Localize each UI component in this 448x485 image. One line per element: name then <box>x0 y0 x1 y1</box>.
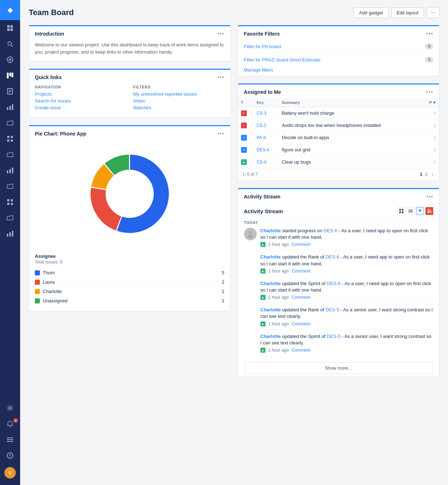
activity-stream-menu-button[interactable]: ••• <box>426 193 433 200</box>
quicklinks-body: NAVIGATION Projects Search for issues Cr… <box>29 83 230 118</box>
activity-issue-key-1[interactable]: DES-6 <box>324 228 337 233</box>
quicklinks-create[interactable]: Create issue <box>35 105 126 110</box>
sidebar-icon-settings[interactable] <box>0 400 20 416</box>
svg-rect-2 <box>7 28 10 31</box>
activity-user-4[interactable]: Charlotte <box>260 307 281 312</box>
quicklinks-search[interactable]: Search for issues <box>35 98 126 104</box>
activity-text-1: Charlotte started progress on DES-6 - As… <box>260 228 434 241</box>
activity-comment-1[interactable]: Comment <box>292 242 310 247</box>
introduction-gadget: Introduction ••• Welcome to our newest p… <box>29 25 231 61</box>
issue-key-0[interactable]: CS-3 <box>257 111 266 116</box>
activity-comment-2[interactable]: Comment <box>292 269 310 274</box>
svg-rect-21 <box>7 139 9 142</box>
svg-rect-26 <box>7 199 9 201</box>
activity-tool-rss[interactable] <box>425 207 433 215</box>
activity-user-3[interactable]: Charlotte <box>260 281 281 286</box>
activity-issue-key-5[interactable]: DES-5 <box>327 334 341 339</box>
assigned-gadget: Assigned to Me ••• T Key Summary <box>238 83 440 181</box>
activity-entry-4: Charlotte updated the Rank of DES-5 - As… <box>260 307 434 329</box>
add-gadget-button[interactable]: Add gadget <box>354 8 388 18</box>
activity-tool-filter[interactable] <box>416 207 424 215</box>
activity-user-1[interactable]: Charlotte <box>260 228 281 233</box>
svg-rect-18 <box>12 104 13 110</box>
activity-comment-5[interactable]: Comment <box>292 348 310 353</box>
sidebar-icon-folder2[interactable] <box>0 147 20 163</box>
svg-rect-3 <box>10 28 13 31</box>
introduction-body: Welcome to our newest project. Use this … <box>29 40 230 61</box>
quicklinks-unresolved[interactable]: My unresolved reported issues <box>133 91 225 97</box>
col-priority[interactable]: P <box>422 98 439 107</box>
table-row: ▲ CS-9 Clear up bugs ↑ <box>238 156 439 168</box>
filter-link-pa[interactable]: Filter for PA board <box>244 44 281 49</box>
sidebar-icon-grid2[interactable] <box>0 131 20 147</box>
sidebar-icon-folder3[interactable] <box>0 178 20 194</box>
sidebar-icon-folder1[interactable] <box>0 115 20 131</box>
svg-rect-17 <box>9 106 11 110</box>
sidebar-icon-pages[interactable] <box>0 83 20 99</box>
favorite-filters-header: Favorite Filters ••• <box>238 26 439 40</box>
piechart-menu-button[interactable]: ••• <box>217 131 225 137</box>
cell-summary-1: Audio drops too low when headphones inst… <box>279 119 422 132</box>
assigned-title: Assigned to Me <box>244 89 281 95</box>
activity-user-5[interactable]: Charlotte <box>260 334 281 339</box>
sidebar-icon-board[interactable] <box>0 68 20 83</box>
page-next[interactable]: › <box>430 171 435 178</box>
sidebar-icon-grid[interactable] <box>0 20 20 36</box>
activity-meta-2: ▲ 1 hour ago Comment <box>260 269 434 274</box>
avatar-label: U <box>9 470 12 475</box>
sidebar-icon-chart3[interactable] <box>0 226 20 242</box>
sidebar-icon-search[interactable] <box>0 36 20 52</box>
svg-rect-20 <box>11 136 13 138</box>
sidebar-icon-chart2[interactable] <box>0 163 20 178</box>
edit-layout-button[interactable]: Edit layout <box>391 8 424 18</box>
sidebar-icon-folder4[interactable] <box>0 210 20 226</box>
sidebar-icon-add[interactable] <box>0 52 20 68</box>
activity-user-2[interactable]: Charlotte <box>260 254 281 260</box>
sidebar-icon-menu[interactable] <box>0 432 20 448</box>
show-more-button[interactable]: Show more... <box>244 362 434 374</box>
favorite-filters-menu-button[interactable]: ••• <box>426 31 433 37</box>
quicklinks-menu-button[interactable]: ••• <box>217 74 225 81</box>
introduction-menu-button[interactable]: ••• <box>217 31 225 37</box>
cell-priority-1: ↑ <box>422 119 439 132</box>
quicklinks-votes[interactable]: Votes <box>133 98 225 104</box>
header: Team Board Add gadget Edit layout ··· <box>29 7 439 18</box>
activity-content-group: Charlotte started progress on DES-6 - As… <box>260 228 434 359</box>
piechart-chart <box>35 140 225 248</box>
sidebar-avatar-container[interactable]: U <box>0 465 20 481</box>
issue-key-3[interactable]: DES-4 <box>257 147 269 152</box>
filter-item-pa[interactable]: Filter for PA board 9 <box>238 40 439 53</box>
svg-point-48 <box>249 231 252 234</box>
filter-link-prac[interactable]: Filter for PRAC board Short Estimate <box>244 57 320 63</box>
introduction-text: Welcome to our newest project. Use this … <box>35 41 225 55</box>
quicklinks-projects[interactable]: Projects <box>35 91 126 97</box>
activity-comment-3[interactable]: Comment <box>292 295 310 300</box>
sidebar-icon-notification[interactable]: 3 <box>0 416 20 432</box>
issue-key-1[interactable]: CS-2 <box>257 123 266 128</box>
issue-key-2[interactable]: PA-8 <box>257 135 266 140</box>
svg-point-47 <box>428 211 429 213</box>
activity-issue-key-2[interactable]: DES-6 <box>325 254 339 260</box>
sidebar-icon-chart[interactable] <box>0 99 20 115</box>
sidebar-icon-grid3[interactable] <box>0 194 20 210</box>
activity-time-3: 1 hour ago <box>268 295 289 300</box>
cell-summary-0: Battery won't hold charge <box>279 107 422 119</box>
quicklinks-watches[interactable]: Watches <box>133 105 225 110</box>
assigned-menu-button[interactable]: ••• <box>426 89 433 95</box>
activity-issue-key-4[interactable]: DES-5 <box>325 307 339 312</box>
issue-key-4[interactable]: CS-9 <box>257 160 266 165</box>
activity-issue-key-3[interactable]: DES-6 <box>327 281 341 286</box>
cell-key-2: PA-8 <box>254 132 279 144</box>
page-1[interactable]: 1 <box>420 172 422 177</box>
user-avatar[interactable]: U <box>4 467 16 479</box>
activity-tool-list[interactable] <box>407 207 415 215</box>
sidebar-icon-help[interactable]: ? <box>0 448 20 463</box>
manage-filters-link[interactable]: Manage filters <box>238 64 279 76</box>
sidebar-logo[interactable]: ◆ <box>0 0 20 20</box>
activity-comment-4[interactable]: Comment <box>292 321 310 326</box>
page-2[interactable]: 2 <box>424 171 429 178</box>
cell-priority-0: ↑ <box>422 107 439 119</box>
quicklinks-title: Quick links <box>35 74 62 80</box>
activity-tool-grid[interactable] <box>397 207 405 215</box>
more-options-button[interactable]: ··· <box>427 7 439 18</box>
